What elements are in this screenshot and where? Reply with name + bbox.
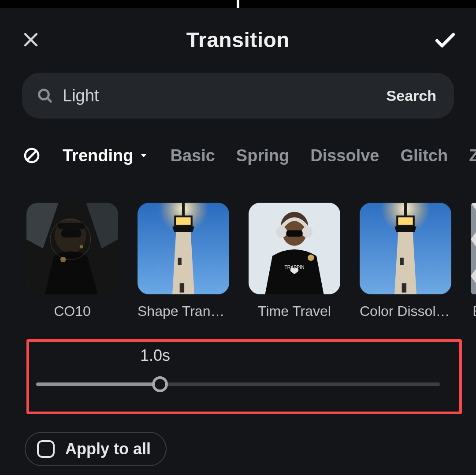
svg-rect-29 (286, 230, 302, 237)
tab-more[interactable]: Z (469, 146, 476, 165)
gallery-item: CO10 (26, 203, 118, 326)
tab-label: Spring (236, 146, 289, 165)
gallery-thumb[interactable] (360, 203, 451, 294)
gallery-thumb[interactable] (138, 203, 229, 294)
svg-rect-23 (180, 283, 184, 293)
tab-dissolve[interactable]: Dissolve (310, 146, 379, 165)
duration-highlight-box (26, 339, 462, 414)
svg-point-31 (308, 255, 314, 261)
duration-slider-handle[interactable] (152, 376, 168, 392)
checkbox-icon (37, 440, 55, 458)
divider (373, 84, 373, 107)
prohibit-icon (23, 147, 41, 164)
apply-to-all-button[interactable]: Apply to all (25, 432, 167, 466)
gallery-label: Time Travel (258, 303, 331, 319)
tab-label: Basic (170, 146, 215, 165)
gallery-item: B (471, 203, 476, 326)
svg-rect-10 (61, 229, 82, 238)
gallery-thumb[interactable] (26, 203, 118, 294)
category-tabs: Trending Basic Spring Dissolve Glitch Z (22, 140, 476, 171)
thumb-person-dark-icon (26, 203, 118, 294)
search-input[interactable] (63, 86, 365, 105)
gallery-thumb[interactable] (471, 203, 476, 294)
tab-label: Glitch (401, 146, 448, 165)
svg-rect-36 (398, 217, 413, 225)
svg-line-3 (47, 98, 51, 101)
search-bar: Search (22, 73, 454, 119)
apply-to-all-label: Apply to all (65, 440, 151, 458)
tab-basic[interactable]: Basic (170, 146, 215, 165)
svg-marker-20 (172, 226, 194, 232)
search-icon (35, 86, 55, 105)
gallery-item: Shape Transit… (138, 203, 229, 326)
tab-label: Dissolve (310, 146, 379, 165)
thumb-lighthouse-icon (138, 203, 229, 294)
gallery-thumb[interactable]: TRAPPIN (249, 203, 340, 294)
tab-label: Z (469, 146, 476, 165)
tab-trending[interactable]: Trending (63, 146, 149, 165)
gallery-label: Shape Transit… (138, 303, 229, 319)
close-icon (21, 30, 41, 49)
duration-value: 1.0s (140, 346, 170, 365)
page-title: Transition (186, 28, 290, 52)
svg-rect-34 (404, 203, 407, 215)
tab-spring[interactable]: Spring (236, 146, 289, 165)
transition-gallery: CO10 (26, 203, 476, 326)
svg-point-14 (80, 245, 83, 249)
tab-glitch[interactable]: Glitch (401, 146, 448, 165)
thumb-lighthouse-icon (360, 203, 451, 294)
checkmark-icon (433, 27, 457, 52)
confirm-button[interactable] (432, 26, 458, 53)
search-button[interactable]: Search (387, 87, 441, 104)
gallery-label: CO10 (54, 303, 91, 319)
thumb-person-headphones-icon: TRAPPIN (249, 203, 340, 294)
svg-point-27 (276, 226, 287, 238)
gallery-item: Color Dissolv… (360, 203, 451, 326)
svg-rect-11 (58, 223, 85, 230)
chevron-down-icon (138, 150, 149, 161)
gallery-item: TRAPPIN Time Travel (249, 203, 340, 326)
svg-point-13 (60, 257, 66, 262)
svg-rect-39 (400, 258, 404, 265)
gallery-label: Color Dissolv… (360, 303, 451, 319)
playhead-tick-icon (237, 0, 239, 8)
top-bar (0, 0, 476, 8)
gallery-label: B (472, 303, 476, 319)
thumb-pattern-icon (471, 203, 476, 294)
none-transition-button[interactable] (22, 146, 41, 165)
svg-rect-40 (402, 283, 406, 293)
svg-rect-19 (176, 217, 190, 225)
tab-label: Trending (63, 146, 133, 165)
svg-marker-37 (394, 226, 416, 232)
svg-rect-17 (182, 203, 185, 215)
close-button[interactable] (18, 26, 44, 53)
header: Transition (0, 24, 476, 55)
svg-point-28 (302, 226, 313, 238)
svg-line-5 (27, 151, 36, 160)
svg-rect-22 (178, 258, 182, 265)
duration-slider[interactable] (36, 382, 440, 386)
